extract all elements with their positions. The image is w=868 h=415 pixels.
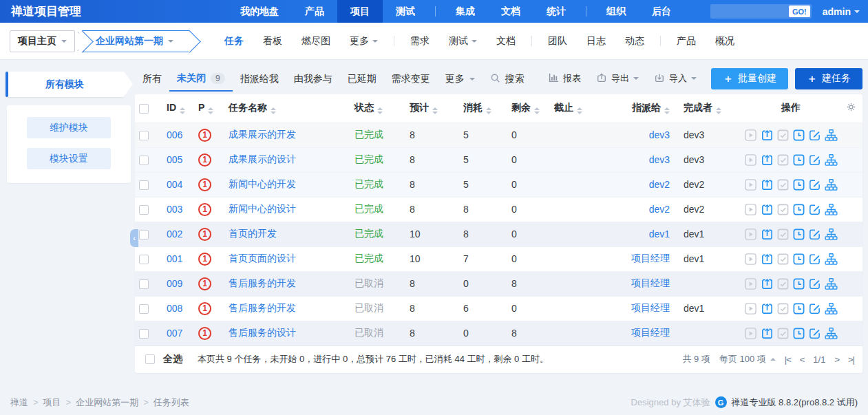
task-id-link[interactable]: 005 — [167, 154, 182, 165]
edit-task-icon[interactable] — [808, 326, 821, 341]
tab-需求[interactable]: 需求 — [401, 35, 439, 47]
sidebar-button-模块设置[interactable]: 模块设置 — [27, 148, 111, 169]
edit-task-icon[interactable] — [808, 153, 821, 167]
task-id-link[interactable]: 001 — [167, 253, 182, 264]
nav-item-统计[interactable]: 统计 — [533, 0, 579, 23]
tab-文档[interactable]: 文档 — [487, 35, 525, 47]
row-checkbox[interactable] — [139, 304, 149, 314]
tab-产品[interactable]: 产品 — [667, 35, 706, 47]
nav-item-产品[interactable]: 产品 — [292, 0, 337, 23]
tab-概况[interactable]: 概况 — [706, 35, 744, 47]
edit-task-icon[interactable] — [808, 227, 821, 242]
record-effort-icon[interactable] — [792, 153, 805, 167]
assigned-to-link[interactable]: 项目经理 — [631, 277, 670, 288]
filter-由我参与[interactable]: 由我参与 — [286, 67, 340, 92]
task-name-link[interactable]: 售后服务的开发 — [229, 302, 296, 313]
first-page-button[interactable]: |< — [785, 354, 791, 365]
create-subtask-icon[interactable] — [825, 326, 838, 341]
edit-task-icon[interactable] — [808, 277, 821, 291]
record-effort-icon[interactable] — [792, 277, 805, 291]
assigned-to-link[interactable]: 项目经理 — [631, 302, 670, 313]
sidebar-button-维护模块[interactable]: 维护模块 — [27, 117, 111, 138]
column-header-完成者[interactable]: 完成者 — [679, 94, 740, 123]
column-header-ID[interactable]: ID — [162, 94, 194, 123]
task-name-link[interactable]: 首页的开发 — [229, 228, 277, 239]
per-page-select[interactable]: 每页 100 项 — [719, 353, 776, 365]
close-task-icon[interactable] — [760, 153, 773, 167]
assigned-to-link[interactable]: 项目经理 — [631, 253, 670, 264]
column-header-剩余[interactable]: 剩余 — [507, 94, 550, 123]
close-task-icon[interactable] — [760, 326, 773, 341]
user-menu[interactable]: admin — [823, 6, 860, 17]
column-settings-cell[interactable] — [842, 94, 862, 123]
create-subtask-icon[interactable] — [825, 301, 838, 316]
task-id-link[interactable]: 004 — [167, 179, 182, 190]
create-task-button[interactable]: ＋建任务 — [795, 68, 862, 89]
close-task-icon[interactable] — [760, 277, 773, 291]
task-name-link[interactable]: 成果展示的设计 — [229, 153, 296, 164]
version-text[interactable]: 禅道专业版 8.8.2(pro8.8.2 试用) — [732, 396, 858, 409]
close-task-icon[interactable] — [760, 202, 773, 217]
filter-需求变更[interactable]: 需求变更 — [384, 67, 438, 92]
nav-item-项目[interactable]: 项目 — [337, 0, 383, 23]
tool-报表[interactable]: 报表 — [541, 72, 589, 85]
create-subtask-icon[interactable] — [825, 153, 838, 167]
column-header-状态[interactable]: 状态 — [350, 94, 405, 123]
edit-task-icon[interactable] — [808, 178, 821, 192]
project-select[interactable]: 企业网站第一期 — [82, 30, 190, 52]
row-checkbox[interactable] — [139, 180, 149, 190]
filter-所有[interactable]: 所有 — [135, 67, 169, 92]
task-name-link[interactable]: 售后服务的开发 — [229, 277, 296, 288]
next-page-button[interactable]: > — [834, 354, 839, 365]
sidebar-item-all-modules[interactable]: 所有模块 — [6, 72, 124, 97]
record-effort-icon[interactable] — [792, 252, 805, 266]
assigned-to-link[interactable]: dev2 — [649, 179, 670, 190]
assigned-to-link[interactable]: dev3 — [649, 129, 670, 140]
tool-导入[interactable]: 导入 — [646, 72, 704, 85]
close-task-icon[interactable] — [760, 178, 773, 192]
prev-page-button[interactable]: < — [800, 354, 805, 365]
breadcrumb-item-企业网站第一期[interactable]: 企业网站第一期 — [76, 396, 138, 409]
create-subtask-icon[interactable] — [825, 252, 838, 266]
project-home-select[interactable]: 项目主页 — [10, 30, 75, 52]
select-all-checkbox[interactable] — [145, 354, 155, 364]
column-header-消耗[interactable]: 消耗 — [459, 94, 507, 123]
edit-task-icon[interactable] — [808, 202, 821, 217]
create-subtask-icon[interactable] — [825, 128, 838, 142]
column-header-截止[interactable]: 截止 — [550, 94, 619, 123]
nav-item-组织[interactable]: 组织 — [593, 0, 639, 23]
row-checkbox[interactable] — [139, 329, 149, 339]
tab-团队[interactable]: 团队 — [538, 35, 577, 47]
tab-测试[interactable]: 测试 — [439, 35, 487, 47]
tab-更多[interactable]: 更多 — [340, 35, 388, 47]
nav-item-我的地盘[interactable]: 我的地盘 — [227, 0, 292, 23]
record-effort-icon[interactable] — [792, 128, 805, 142]
tab-日志[interactable]: 日志 — [577, 35, 615, 47]
nav-item-文档[interactable]: 文档 — [488, 0, 533, 23]
row-checkbox[interactable] — [139, 205, 149, 215]
row-checkbox[interactable] — [139, 279, 149, 289]
search-go-button[interactable]: GO! — [789, 6, 810, 17]
sidebar-collapse-handle[interactable]: ‹ — [130, 229, 138, 247]
task-name-link[interactable]: 首页页面的设计 — [229, 253, 296, 264]
column-header-任务名称[interactable]: 任务名称 — [224, 94, 350, 123]
tab-动态[interactable]: 动态 — [615, 35, 654, 47]
task-name-link[interactable]: 新闻中心的开发 — [229, 178, 296, 189]
close-task-icon[interactable] — [760, 128, 773, 142]
search-input[interactable] — [710, 4, 787, 19]
breadcrumb-item-禅道[interactable]: 禅道 — [10, 396, 28, 409]
task-id-link[interactable]: 003 — [167, 204, 182, 215]
tab-任务[interactable]: 任务 — [215, 35, 253, 47]
nav-item-集成[interactable]: 集成 — [443, 0, 488, 23]
assigned-to-link[interactable]: dev1 — [649, 228, 670, 240]
create-subtask-icon[interactable] — [825, 277, 838, 291]
nav-item-后台[interactable]: 后台 — [639, 0, 684, 23]
filter-未关闭[interactable]: 未关闭9 — [169, 67, 233, 92]
create-subtask-icon[interactable] — [825, 202, 838, 217]
close-task-icon[interactable] — [760, 252, 773, 266]
filter-已延期[interactable]: 已延期 — [340, 67, 384, 92]
task-name-link[interactable]: 新闻中心的设计 — [229, 203, 296, 214]
tab-燃尽图[interactable]: 燃尽图 — [292, 35, 340, 47]
batch-create-button[interactable]: ＋批量创建 — [711, 68, 788, 89]
column-header-指派给[interactable]: 指派给 — [619, 94, 679, 123]
